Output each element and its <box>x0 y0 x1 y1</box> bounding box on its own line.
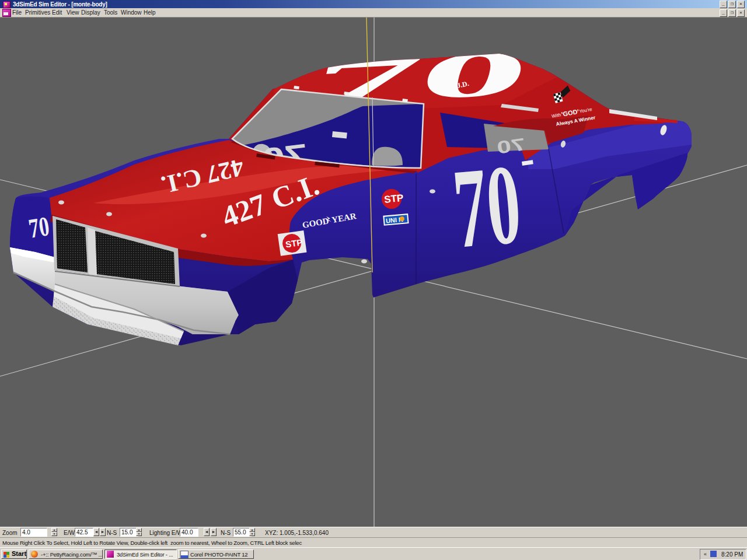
svg-text:STP: STP <box>383 192 404 205</box>
svg-text:70: 70 <box>449 141 525 271</box>
